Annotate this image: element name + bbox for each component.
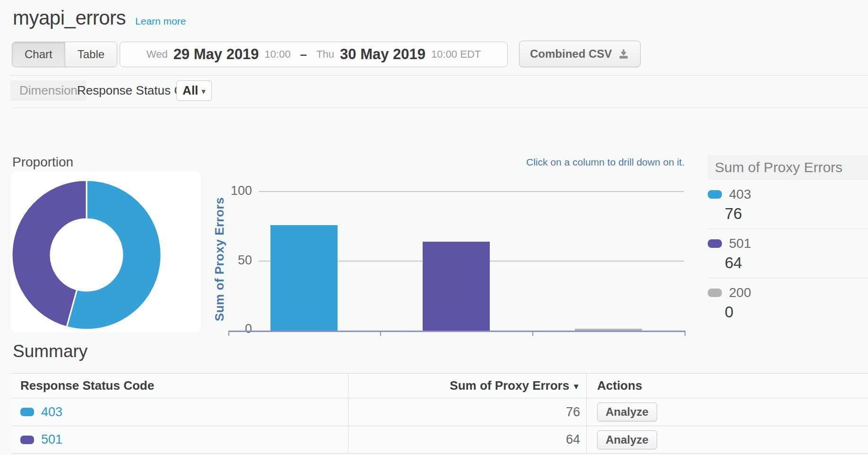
table-row-403-value: 76 (348, 398, 587, 426)
legend-label: 501 (729, 236, 751, 251)
drill-down-hint: Click on a column to drill down on it. (526, 157, 685, 168)
table-row-501-code: 501 (11, 426, 348, 454)
row-swatch-501 (20, 436, 34, 444)
x-axis-tick (380, 332, 381, 336)
analyze-button-403[interactable]: Analyze (597, 402, 657, 421)
legend-item-501: 501 64 (708, 229, 868, 278)
bar-column-403[interactable] (270, 225, 338, 331)
analyze-button-501[interactable]: Analyze (597, 430, 657, 449)
start-day: Wed (147, 48, 168, 61)
end-day: Thu (316, 48, 334, 61)
start-time: 10:00 (265, 48, 291, 61)
legend-label: 200 (729, 285, 751, 300)
download-icon (617, 48, 630, 60)
legend-value: 64 (725, 254, 868, 272)
legend-item-403: 403 76 (708, 180, 868, 229)
table-row-501-value: 64 (348, 426, 587, 454)
chart-legend: Sum of Proxy Errors 403 76 501 64 200 0 (708, 155, 868, 327)
status-code-link-403[interactable]: 403 (41, 405, 62, 420)
combined-csv-label: Combined CSV (530, 47, 612, 61)
y-tick-100: 100 (231, 184, 252, 198)
table-row-501-actions: Analyze (587, 426, 868, 454)
dimension-filter-dropdown[interactable]: All ▾ (176, 80, 212, 101)
report-header: myapi_errors Learn more (13, 7, 186, 29)
toolbar-divider (9, 75, 868, 76)
date-range-separator: – (300, 47, 307, 62)
page-title: myapi_errors (13, 7, 126, 29)
legend-value: 76 (725, 205, 868, 223)
y-tick-0: 0 (245, 322, 252, 336)
column-header-response-status-code: Response Status Code (11, 373, 348, 398)
table-row-403-actions: Analyze (587, 398, 868, 426)
start-date: 29 May 2019 (174, 46, 259, 63)
summary-title: Summary (13, 341, 87, 361)
learn-more-link[interactable]: Learn more (135, 16, 186, 27)
dimension-chip: Dimension (10, 80, 87, 101)
chart-view-button[interactable]: Chart (12, 42, 65, 67)
x-axis-tick (532, 332, 533, 336)
column-header-actions: Actions (587, 373, 868, 398)
dimension-filter-value: All (182, 83, 198, 98)
legend-label: 403 (729, 187, 751, 202)
legend-swatch-200 (708, 289, 722, 297)
row-swatch-403 (20, 408, 34, 416)
proportion-donut-chart[interactable] (11, 172, 201, 332)
end-date: 30 May 2019 (340, 46, 425, 63)
x-axis-tick (685, 332, 686, 336)
bar-column-501[interactable] (423, 242, 490, 331)
proportion-title: Proportion (12, 155, 73, 170)
legend-swatch-501 (708, 239, 722, 248)
table-row-403-code: 403 (11, 398, 348, 426)
chevron-down-icon: ▾ (201, 87, 206, 96)
end-time: 10:00 EDT (431, 48, 481, 61)
y-axis-label: Sum of Proxy Errors (212, 184, 227, 335)
summary-table: Response Status Code Sum of Proxy Errors… (11, 373, 868, 454)
y-tick-50: 50 (238, 253, 252, 268)
gridline-100 (259, 191, 684, 192)
sort-descending-icon: ▼ (572, 382, 580, 392)
dimension-divider (12, 107, 868, 108)
view-toggle: Chart Table (12, 42, 117, 67)
table-view-button[interactable]: Table (65, 42, 117, 67)
legend-swatch-403 (708, 190, 722, 199)
legend-item-200: 200 0 (708, 278, 868, 327)
status-code-link-501[interactable]: 501 (41, 432, 62, 447)
legend-value: 0 (725, 303, 868, 321)
x-axis-line (228, 331, 686, 332)
column-header-sum-of-proxy-errors[interactable]: Sum of Proxy Errors ▼ (348, 373, 587, 398)
date-range-picker[interactable]: Wed 29 May 2019 10:00 – Thu 30 May 2019 … (120, 42, 508, 67)
legend-title: Sum of Proxy Errors (708, 155, 868, 180)
proportion-card (11, 172, 201, 332)
combined-csv-button[interactable]: Combined CSV (519, 41, 641, 67)
x-axis-tick (228, 332, 229, 336)
